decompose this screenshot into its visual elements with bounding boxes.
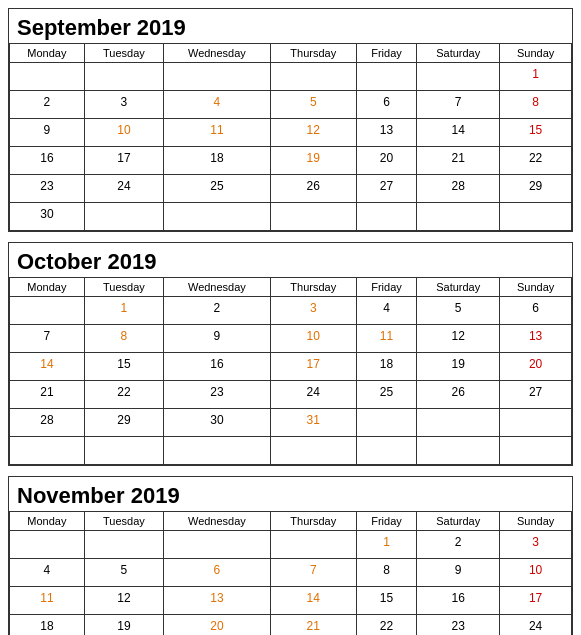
day-header-monday: Monday (10, 44, 85, 63)
calendar-cell: 15 (356, 587, 416, 615)
calendar-cell: 6 (500, 297, 572, 325)
calendar-cell: 8 (84, 325, 163, 353)
day-header-friday: Friday (356, 512, 416, 531)
day-header-monday: Monday (10, 278, 85, 297)
calendar-cell (164, 203, 271, 231)
table-row: 23242526272829 (10, 175, 572, 203)
calendar-cell (500, 409, 572, 437)
calendar-cell: 21 (270, 615, 356, 636)
calendar-cell: 1 (356, 531, 416, 559)
calendar-cell: 5 (417, 297, 500, 325)
calendar-cell (417, 437, 500, 465)
day-header-saturday: Saturday (417, 278, 500, 297)
day-header-tuesday: Tuesday (84, 278, 163, 297)
calendar-cell: 13 (164, 587, 271, 615)
calendar-cell: 11 (10, 587, 85, 615)
calendar-table-november: MondayTuesdayWednesdayThursdayFridaySatu… (9, 511, 572, 635)
calendar-cell: 4 (356, 297, 416, 325)
calendar-cell: 15 (500, 119, 572, 147)
table-row: 123 (10, 531, 572, 559)
calendar-cell: 9 (164, 325, 271, 353)
calendar-cell: 26 (270, 175, 356, 203)
calendar-cell (10, 297, 85, 325)
calendar-cell (10, 531, 85, 559)
calendar-cell (84, 531, 163, 559)
calendar-cell: 21 (417, 147, 500, 175)
calendar-cell: 1 (84, 297, 163, 325)
calendar-cell: 27 (500, 381, 572, 409)
table-row: 78910111213 (10, 325, 572, 353)
calendar-cell: 5 (84, 559, 163, 587)
calendar-cell: 20 (500, 353, 572, 381)
calendar-cell: 1 (500, 63, 572, 91)
calendar-cell: 28 (417, 175, 500, 203)
calendar-cell: 8 (356, 559, 416, 587)
calendar-cell: 18 (10, 615, 85, 636)
calendar-cell: 8 (500, 91, 572, 119)
day-header-friday: Friday (356, 278, 416, 297)
day-header-sunday: Sunday (500, 44, 572, 63)
day-header-monday: Monday (10, 512, 85, 531)
calendar-cell (164, 531, 271, 559)
calendar-cell (10, 437, 85, 465)
calendar-cell: 14 (417, 119, 500, 147)
calendar-cell: 9 (417, 559, 500, 587)
calendar-cell: 14 (10, 353, 85, 381)
day-header-saturday: Saturday (417, 44, 500, 63)
calendar-table-october: MondayTuesdayWednesdayThursdayFridaySatu… (9, 277, 572, 465)
calendar-cell (417, 63, 500, 91)
calendar-cell (500, 437, 572, 465)
table-row (10, 437, 572, 465)
day-header-wednesday: Wednesday (164, 278, 271, 297)
calendar-cell: 16 (417, 587, 500, 615)
month-title-october: October 2019 (9, 243, 572, 277)
calendar-cell: 4 (10, 559, 85, 587)
day-header-friday: Friday (356, 44, 416, 63)
calendar-cell (270, 531, 356, 559)
calendar-october: October 2019MondayTuesdayWednesdayThursd… (8, 242, 573, 466)
table-row: 123456 (10, 297, 572, 325)
calendar-cell: 29 (500, 175, 572, 203)
calendar-cell: 2 (10, 91, 85, 119)
calendar-cell: 22 (356, 615, 416, 636)
table-row: 28293031 (10, 409, 572, 437)
calendar-cell: 6 (356, 91, 416, 119)
calendar-cell: 2 (417, 531, 500, 559)
calendar-cell: 19 (270, 147, 356, 175)
calendar-cell: 22 (500, 147, 572, 175)
calendar-cell (84, 437, 163, 465)
calendar-cell: 12 (270, 119, 356, 147)
calendar-cell (270, 63, 356, 91)
calendar-cell: 16 (164, 353, 271, 381)
calendar-cell: 13 (356, 119, 416, 147)
calendar-cell: 12 (417, 325, 500, 353)
calendar-cell: 20 (164, 615, 271, 636)
calendar-cell: 17 (500, 587, 572, 615)
calendar-cell: 19 (84, 615, 163, 636)
day-header-thursday: Thursday (270, 44, 356, 63)
calendar-cell: 24 (84, 175, 163, 203)
calendar-table-september: MondayTuesdayWednesdayThursdayFridaySatu… (9, 43, 572, 231)
day-header-sunday: Sunday (500, 278, 572, 297)
calendar-cell: 6 (164, 559, 271, 587)
calendar-cell (500, 203, 572, 231)
calendar-cell: 2 (164, 297, 271, 325)
calendar-cell: 14 (270, 587, 356, 615)
table-row: 18192021222324 (10, 615, 572, 636)
month-title-november: November 2019 (9, 477, 572, 511)
calendar-cell: 7 (417, 91, 500, 119)
calendar-cell (417, 203, 500, 231)
calendar-cell (356, 63, 416, 91)
table-row: 9101112131415 (10, 119, 572, 147)
calendar-cell: 4 (164, 91, 271, 119)
calendar-cell: 9 (10, 119, 85, 147)
calendar-cell: 18 (164, 147, 271, 175)
calendar-cell: 3 (84, 91, 163, 119)
calendar-cell: 13 (500, 325, 572, 353)
day-header-wednesday: Wednesday (164, 512, 271, 531)
calendar-cell: 15 (84, 353, 163, 381)
calendar-cell: 3 (500, 531, 572, 559)
table-row: 14151617181920 (10, 353, 572, 381)
table-row: 30 (10, 203, 572, 231)
month-title-september: September 2019 (9, 9, 572, 43)
